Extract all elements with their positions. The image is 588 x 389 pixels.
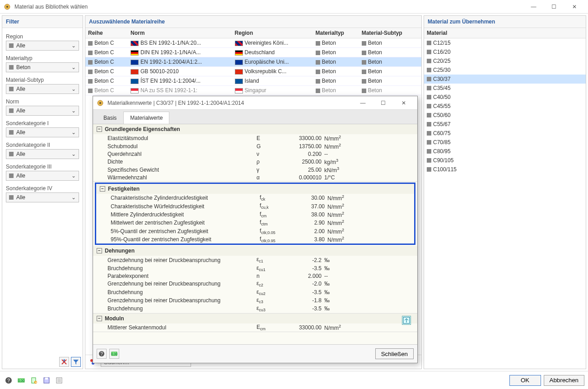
prop-symbol: Ecm: [257, 324, 284, 331]
prop-symbol: εcu3: [257, 305, 284, 312]
material-item[interactable]: C12/15: [424, 38, 586, 47]
prop-value: 0.200: [284, 151, 324, 157]
prop-name: Charakteristische Zylinderdruckfestigkei…: [111, 195, 260, 201]
series-row[interactable]: Beton CEN 1992-1-1:2004/A1:2...Europäisc…: [85, 57, 421, 67]
ok-button[interactable]: OK: [509, 375, 541, 386]
material-item[interactable]: C40/50: [424, 93, 586, 102]
prop-unit: N/mm2: [327, 236, 359, 243]
prop-symbol: fcm: [260, 211, 287, 218]
chevron-down-icon: ⌄: [71, 173, 76, 179]
series-row[interactable]: Beton CGB 50010-2010Volksrepublik C...Be…: [85, 67, 421, 76]
footer-save-button[interactable]: [42, 375, 51, 385]
material-item[interactable]: C30/37: [424, 75, 586, 84]
dialog-maximize-button[interactable]: ☐: [373, 96, 393, 110]
square-icon: [427, 158, 431, 163]
filter-select-sonderkategorie-iv[interactable]: Alle⌄: [6, 192, 79, 202]
series-row[interactable]: Beton CÍST EN 1992-1-1:2004/...IslandBet…: [85, 76, 421, 86]
material-item[interactable]: C35/45: [424, 84, 586, 93]
prop-value: -2.0: [284, 281, 324, 287]
property-group-header[interactable]: −Moduln: [93, 314, 417, 323]
flag-icon: [235, 60, 243, 65]
property-body[interactable]: −Grundlegende EigenschaftenElastizitätsm…: [93, 124, 417, 344]
tab-basis[interactable]: Basis: [97, 112, 123, 124]
filter-panel: Filter RegionAlle⌄MaterialtypBeton⌄Mater…: [2, 15, 83, 369]
material-item[interactable]: C80/95: [424, 147, 586, 156]
material-item[interactable]: C50/60: [424, 111, 586, 120]
material-item[interactable]: C20/25: [424, 56, 586, 66]
minimize-button[interactable]: —: [523, 0, 544, 14]
prop-unit: 1/°C: [324, 174, 356, 181]
export-icon[interactable]: [402, 316, 411, 325]
flag-icon: [131, 79, 139, 84]
dialog-close-footer-button[interactable]: Schließen: [375, 348, 414, 359]
filter-select-material-subtyp[interactable]: Alle⌄: [6, 84, 79, 94]
prop-value: 38.00: [287, 211, 327, 218]
property-group-header[interactable]: −Dehnungen: [93, 246, 417, 256]
property-row: SchubmodulG13750.00N/mm2: [93, 142, 417, 150]
square-icon: [9, 152, 14, 156]
svg-text:0,00: 0,00: [111, 352, 117, 356]
square-icon: [88, 60, 93, 65]
tab-materialwerte[interactable]: Materialwerte: [123, 112, 169, 124]
footer-new-button[interactable]: ★: [29, 375, 39, 385]
collapse-icon[interactable]: −: [100, 186, 105, 192]
flag-icon: [235, 79, 243, 84]
collapse-icon[interactable]: −: [97, 248, 102, 253]
footer-list-button[interactable]: [54, 375, 64, 385]
prop-symbol: ρ: [257, 159, 284, 165]
material-item[interactable]: C55/67: [424, 120, 586, 129]
series-row[interactable]: Beton CNA zu SS EN 1992-1-1:SingapurBeto…: [85, 86, 421, 95]
square-icon: [88, 70, 93, 74]
dialog-minimize-button[interactable]: —: [353, 96, 373, 110]
prop-symbol: fctm: [260, 219, 287, 226]
filter-select-materialtyp[interactable]: Beton⌄: [6, 62, 79, 72]
series-col-header[interactable]: Region: [232, 28, 313, 38]
series-col-header[interactable]: Norm: [128, 28, 232, 38]
filter-button[interactable]: [71, 357, 81, 367]
material-item[interactable]: C60/75: [424, 129, 586, 138]
filter-select-norm[interactable]: Alle⌄: [6, 106, 79, 116]
dialog-close-button[interactable]: ✕: [393, 96, 414, 110]
property-group-header[interactable]: −Grundlegende Eigenschaften: [93, 124, 417, 134]
series-col-header[interactable]: Material-Subtyp: [359, 28, 421, 38]
material-item[interactable]: C90/105: [424, 156, 586, 165]
series-col-header[interactable]: Materialtyp: [313, 28, 359, 38]
collapse-icon[interactable]: −: [97, 127, 102, 132]
prop-symbol: n: [257, 273, 284, 279]
series-row[interactable]: Beton CBS EN 1992-1-1/NA:20...Vereinigte…: [85, 38, 421, 48]
prop-symbol: fck: [260, 194, 287, 202]
property-group-header[interactable]: −Festigkeiten: [96, 184, 414, 194]
maximize-button[interactable]: ☐: [544, 0, 564, 14]
series-col-header[interactable]: Reihe: [85, 28, 128, 38]
series-header: Auszuwählende Materialreihe: [85, 16, 421, 28]
square-icon: [9, 108, 14, 113]
close-button[interactable]: ✕: [564, 0, 584, 14]
material-item[interactable]: C70/85: [424, 138, 586, 147]
cancel-button[interactable]: Abbrechen: [544, 375, 584, 386]
help-button[interactable]: ?: [97, 349, 107, 359]
material-item[interactable]: C100/115: [424, 165, 586, 174]
filter-select-region[interactable]: Alle⌄: [6, 41, 79, 51]
footer-help-button[interactable]: ?: [4, 375, 14, 385]
collapse-icon[interactable]: −: [97, 316, 102, 321]
property-row: Mittlerer SekantenmodulEcm33000.00N/mm2: [93, 323, 417, 332]
filter-select-sonderkategorie-i[interactable]: Alle⌄: [6, 127, 79, 137]
prop-symbol: fctk;0.95: [260, 236, 287, 243]
filter-select-sonderkategorie-ii[interactable]: Alle⌄: [6, 149, 79, 159]
property-row: Wärmedehnzahlα0.0000101/°C: [93, 174, 417, 181]
main-title: Material aus Bibliothek wählen: [14, 4, 523, 10]
svg-text:?: ?: [7, 378, 10, 383]
material-item[interactable]: C25/30: [424, 66, 586, 75]
series-row[interactable]: Beton CDIN EN 1992-1-1/NA/A...Deutschlan…: [85, 48, 421, 57]
footer-units-button[interactable]: 0,00: [16, 375, 26, 385]
material-item[interactable]: C45/55: [424, 102, 586, 111]
units-button[interactable]: 0,00: [109, 349, 119, 359]
prop-symbol: εcu1: [257, 265, 284, 272]
filter-select-sonderkategorie-iii[interactable]: Alle⌄: [6, 171, 79, 181]
reset-filter-button[interactable]: [59, 357, 69, 367]
prop-name: 5%-Quantil der zentrischen Zugfestigkeit: [111, 228, 260, 234]
property-row: Charakteristische Zylinderdruckfestigkei…: [96, 194, 414, 202]
material-item[interactable]: C16/20: [424, 47, 586, 56]
square-icon: [362, 89, 366, 93]
prop-name: 95%-Quantil der zentrischen Zugfestigkei…: [111, 236, 260, 243]
